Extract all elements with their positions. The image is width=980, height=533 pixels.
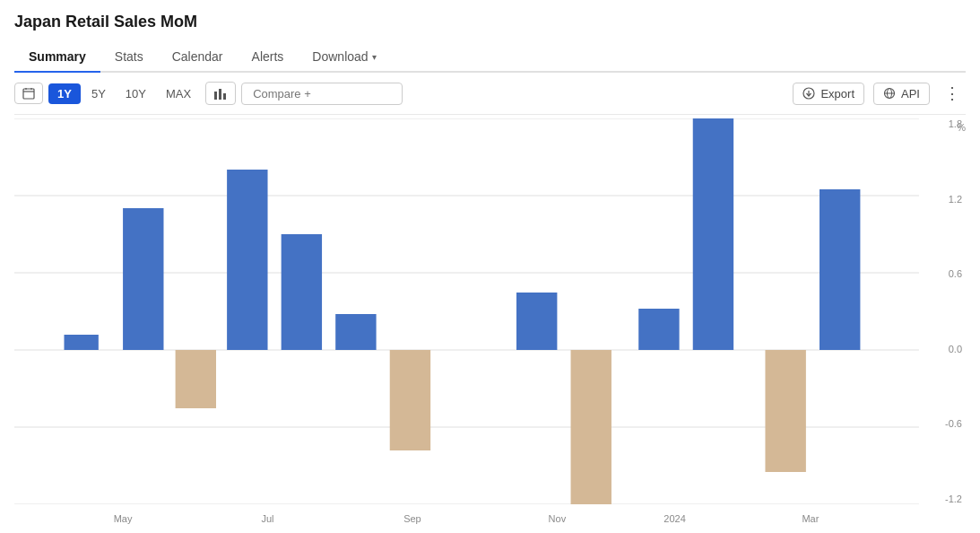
x-label-may: May bbox=[114, 513, 133, 524]
bar-nov-blue bbox=[516, 293, 557, 350]
bar-2024-blue2 bbox=[693, 118, 733, 350]
bar-aug-blue bbox=[335, 314, 376, 350]
toolbar-right: Export API ⋮ bbox=[793, 80, 966, 107]
tab-download-label: Download bbox=[312, 49, 368, 64]
period-selector: 1Y 5Y 10Y MAX bbox=[48, 83, 200, 104]
y-label-6: -1.2 bbox=[945, 494, 962, 504]
y-label-5: -0.6 bbox=[945, 418, 962, 429]
bar-chart-icon bbox=[213, 86, 228, 100]
x-label-nov: Nov bbox=[549, 513, 567, 524]
svg-rect-5 bbox=[219, 89, 221, 100]
page-title: Japan Retail Sales MoM bbox=[14, 13, 966, 31]
calendar-icon bbox=[22, 87, 35, 100]
y-label-2: 1.2 bbox=[949, 194, 962, 205]
x-label-mar: Mar bbox=[802, 513, 819, 524]
tab-calendar[interactable]: Calendar bbox=[158, 42, 238, 73]
chart-area: % 1.8 1.2 0.6 0.0 -0.6 -1.2 bbox=[14, 118, 966, 524]
period-10y[interactable]: 10Y bbox=[117, 83, 155, 104]
x-label-sep: Sep bbox=[403, 513, 421, 524]
bar-mar-tan bbox=[765, 350, 805, 472]
svg-rect-6 bbox=[223, 93, 226, 100]
chart-inner: % 1.8 1.2 0.6 0.0 -0.6 -1.2 bbox=[14, 118, 966, 524]
export-icon bbox=[802, 87, 815, 100]
api-icon bbox=[883, 87, 896, 100]
chart-type-button[interactable] bbox=[205, 82, 236, 105]
toolbar: 1Y 5Y 10Y MAX Export bbox=[14, 73, 966, 115]
tab-summary[interactable]: Summary bbox=[14, 42, 100, 73]
page-wrapper: Japan Retail Sales MoM Summary Stats Cal… bbox=[0, 0, 980, 533]
export-button[interactable]: Export bbox=[793, 83, 864, 105]
api-button[interactable]: API bbox=[873, 83, 930, 105]
more-options-button[interactable]: ⋮ bbox=[939, 80, 966, 107]
bar-jul-blue2 bbox=[282, 234, 322, 350]
x-axis: May Jul Sep Nov 2024 Mar bbox=[14, 504, 919, 524]
date-range-button[interactable] bbox=[14, 83, 43, 104]
y-axis-labels: 1.8 1.2 0.6 0.0 -0.6 -1.2 bbox=[919, 118, 966, 504]
chart-svg bbox=[14, 118, 919, 504]
svg-rect-4 bbox=[214, 92, 217, 100]
y-label-4: 0.0 bbox=[949, 344, 962, 354]
x-label-2024: 2024 bbox=[663, 513, 685, 524]
y-label-3: 0.6 bbox=[949, 268, 962, 279]
compare-input[interactable] bbox=[241, 83, 403, 105]
tab-alerts[interactable]: Alerts bbox=[238, 42, 299, 73]
api-label: API bbox=[901, 87, 920, 100]
bar-may-tan bbox=[176, 350, 216, 408]
x-label-jul: Jul bbox=[261, 513, 273, 524]
bar-2024-blue1 bbox=[638, 309, 679, 350]
tab-stats[interactable]: Stats bbox=[100, 42, 158, 73]
tab-download[interactable]: Download ▾ bbox=[298, 42, 390, 73]
tab-dropdown-arrow: ▾ bbox=[372, 52, 377, 62]
export-label: Export bbox=[820, 87, 854, 100]
bar-jul-blue1 bbox=[227, 170, 267, 350]
bar-sep-tan bbox=[390, 350, 430, 450]
bar-nov-tan bbox=[571, 350, 611, 504]
bar-mar-blue bbox=[820, 189, 860, 350]
bar-may-blue bbox=[123, 208, 163, 350]
period-max[interactable]: MAX bbox=[157, 83, 200, 104]
tab-bar: Summary Stats Calendar Alerts Download ▾ bbox=[14, 42, 966, 73]
bar-apr bbox=[64, 335, 98, 350]
period-1y[interactable]: 1Y bbox=[48, 83, 81, 104]
period-5y[interactable]: 5Y bbox=[82, 83, 115, 104]
y-label-1: 1.8 bbox=[949, 118, 962, 129]
svg-rect-0 bbox=[23, 89, 34, 99]
